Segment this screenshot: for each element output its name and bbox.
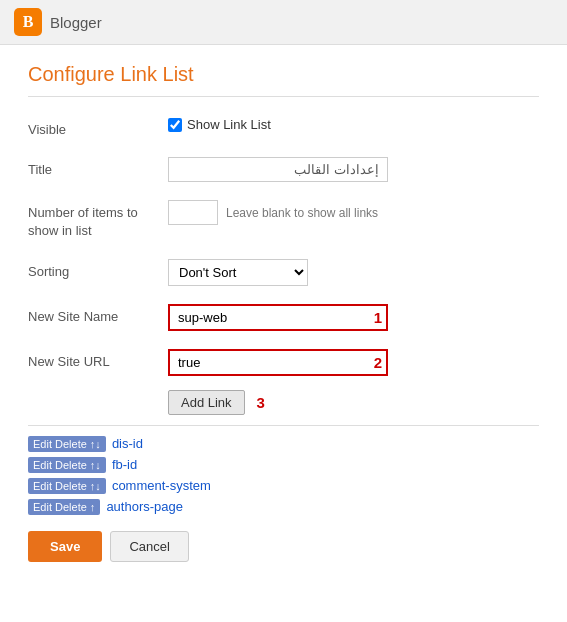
show-link-list-label[interactable]: Show Link List — [168, 117, 271, 132]
link-name-4[interactable]: authors-page — [106, 499, 183, 514]
title-label: Title — [28, 157, 168, 179]
link-name-2[interactable]: fb-id — [112, 457, 137, 472]
cancel-button[interactable]: Cancel — [110, 531, 188, 562]
link-name-1[interactable]: dis-id — [112, 436, 143, 451]
new-site-name-wrapper: 1 — [168, 304, 388, 331]
title-input[interactable] — [168, 157, 388, 182]
sorting-select[interactable]: Don't Sort A-Z Z-A — [168, 259, 308, 286]
list-item: Edit Delete ↑↓ dis-id — [28, 436, 539, 452]
main-content: Configure Link List Visible Show Link Li… — [0, 45, 567, 582]
show-link-list-text: Show Link List — [187, 117, 271, 132]
separator — [28, 425, 539, 426]
visible-checkbox[interactable] — [168, 118, 182, 132]
new-site-url-control: 2 — [168, 349, 539, 376]
num-items-row: Number of items to show in list Leave bl… — [28, 196, 539, 240]
link-list: Edit Delete ↑↓ dis-id Edit Delete ↑↓ fb-… — [28, 436, 539, 515]
new-site-name-control: 1 — [168, 304, 539, 331]
page-title: Configure Link List — [28, 63, 539, 97]
edit-delete-button-1[interactable]: Edit Delete ↑↓ — [28, 436, 106, 452]
save-button[interactable]: Save — [28, 531, 102, 562]
new-site-url-input[interactable] — [168, 349, 388, 376]
app-header: B Blogger — [0, 0, 567, 45]
title-row: Title — [28, 153, 539, 182]
add-link-button[interactable]: Add Link — [168, 390, 245, 415]
bottom-buttons: Save Cancel — [28, 531, 539, 562]
blogger-logo: B — [14, 8, 42, 36]
sorting-label: Sorting — [28, 259, 168, 281]
visible-control: Show Link List — [168, 117, 539, 132]
list-item: Edit Delete ↑↓ comment-system — [28, 478, 539, 494]
num-items-control: Leave blank to show all links — [168, 200, 539, 225]
new-site-name-input[interactable] — [168, 304, 388, 331]
num-items-label: Number of items to show in list — [28, 200, 168, 240]
edit-delete-button-3[interactable]: Edit Delete ↑↓ — [28, 478, 106, 494]
new-site-name-row: New Site Name 1 — [28, 300, 539, 331]
new-site-url-row: New Site URL 2 — [28, 345, 539, 376]
new-site-url-label: New Site URL — [28, 349, 168, 371]
link-name-3[interactable]: comment-system — [112, 478, 211, 493]
edit-delete-button-4[interactable]: Edit Delete ↑ — [28, 499, 100, 515]
sorting-control: Don't Sort A-Z Z-A — [168, 259, 539, 286]
list-item: Edit Delete ↑ authors-page — [28, 499, 539, 515]
title-control — [168, 157, 539, 182]
edit-delete-button-2[interactable]: Edit Delete ↑↓ — [28, 457, 106, 473]
num-items-input[interactable] — [168, 200, 218, 225]
list-item: Edit Delete ↑↓ fb-id — [28, 457, 539, 473]
add-link-badge: 3 — [257, 394, 265, 411]
visible-row: Visible Show Link List — [28, 113, 539, 139]
logo-letter: B — [23, 13, 34, 31]
sorting-row: Sorting Don't Sort A-Z Z-A — [28, 255, 539, 286]
visible-label: Visible — [28, 117, 168, 139]
add-link-row: Add Link 3 — [168, 390, 539, 415]
new-site-url-wrapper: 2 — [168, 349, 388, 376]
new-site-name-label: New Site Name — [28, 304, 168, 326]
app-name: Blogger — [50, 14, 102, 31]
num-items-hint: Leave blank to show all links — [226, 206, 378, 220]
